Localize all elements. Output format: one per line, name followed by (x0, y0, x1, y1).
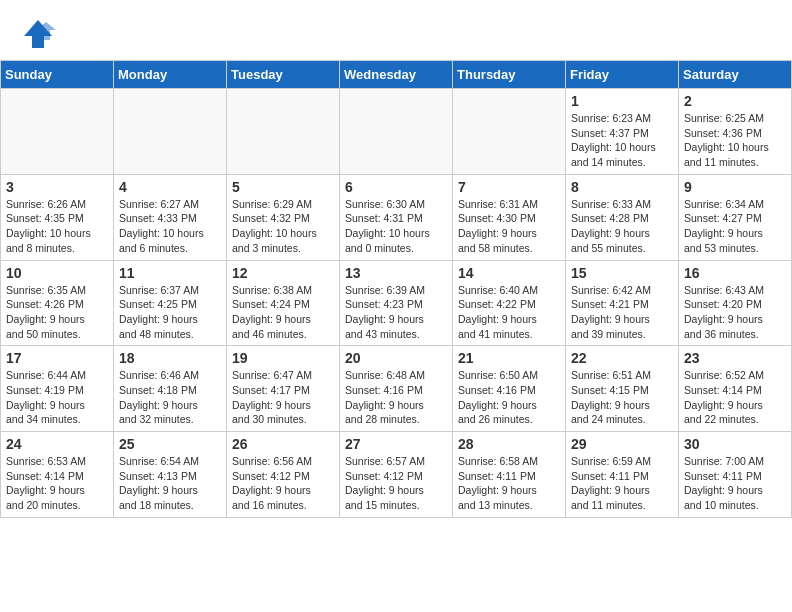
day-number: 2 (684, 93, 786, 109)
day-number: 17 (6, 350, 108, 366)
day-number: 19 (232, 350, 334, 366)
logo-icon (20, 16, 56, 56)
day-number: 1 (571, 93, 673, 109)
day-info: Sunrise: 6:35 AM Sunset: 4:26 PM Dayligh… (6, 283, 108, 342)
calendar-week-3: 10Sunrise: 6:35 AM Sunset: 4:26 PM Dayli… (1, 260, 792, 346)
calendar-cell (453, 89, 566, 175)
day-info: Sunrise: 6:48 AM Sunset: 4:16 PM Dayligh… (345, 368, 447, 427)
day-info: Sunrise: 6:47 AM Sunset: 4:17 PM Dayligh… (232, 368, 334, 427)
calendar-cell: 3Sunrise: 6:26 AM Sunset: 4:35 PM Daylig… (1, 174, 114, 260)
day-number: 30 (684, 436, 786, 452)
day-number: 15 (571, 265, 673, 281)
calendar-cell (340, 89, 453, 175)
day-number: 25 (119, 436, 221, 452)
day-info: Sunrise: 6:54 AM Sunset: 4:13 PM Dayligh… (119, 454, 221, 513)
day-number: 18 (119, 350, 221, 366)
calendar-cell: 19Sunrise: 6:47 AM Sunset: 4:17 PM Dayli… (227, 346, 340, 432)
weekday-header-monday: Monday (114, 61, 227, 89)
calendar-week-5: 24Sunrise: 6:53 AM Sunset: 4:14 PM Dayli… (1, 432, 792, 518)
calendar-cell: 23Sunrise: 6:52 AM Sunset: 4:14 PM Dayli… (679, 346, 792, 432)
calendar-cell: 26Sunrise: 6:56 AM Sunset: 4:12 PM Dayli… (227, 432, 340, 518)
day-info: Sunrise: 6:53 AM Sunset: 4:14 PM Dayligh… (6, 454, 108, 513)
day-number: 4 (119, 179, 221, 195)
day-number: 26 (232, 436, 334, 452)
day-number: 8 (571, 179, 673, 195)
day-number: 7 (458, 179, 560, 195)
calendar-cell (114, 89, 227, 175)
day-info: Sunrise: 6:50 AM Sunset: 4:16 PM Dayligh… (458, 368, 560, 427)
day-number: 27 (345, 436, 447, 452)
calendar-cell: 15Sunrise: 6:42 AM Sunset: 4:21 PM Dayli… (566, 260, 679, 346)
calendar-cell: 13Sunrise: 6:39 AM Sunset: 4:23 PM Dayli… (340, 260, 453, 346)
day-number: 13 (345, 265, 447, 281)
day-number: 29 (571, 436, 673, 452)
day-number: 5 (232, 179, 334, 195)
calendar-header-row: SundayMondayTuesdayWednesdayThursdayFrid… (1, 61, 792, 89)
day-info: Sunrise: 6:46 AM Sunset: 4:18 PM Dayligh… (119, 368, 221, 427)
calendar-cell: 21Sunrise: 6:50 AM Sunset: 4:16 PM Dayli… (453, 346, 566, 432)
day-number: 10 (6, 265, 108, 281)
day-info: Sunrise: 6:27 AM Sunset: 4:33 PM Dayligh… (119, 197, 221, 256)
day-info: Sunrise: 6:29 AM Sunset: 4:32 PM Dayligh… (232, 197, 334, 256)
day-info: Sunrise: 6:51 AM Sunset: 4:15 PM Dayligh… (571, 368, 673, 427)
calendar-cell: 18Sunrise: 6:46 AM Sunset: 4:18 PM Dayli… (114, 346, 227, 432)
logo (20, 16, 60, 56)
day-info: Sunrise: 6:30 AM Sunset: 4:31 PM Dayligh… (345, 197, 447, 256)
day-number: 28 (458, 436, 560, 452)
day-number: 14 (458, 265, 560, 281)
day-info: Sunrise: 6:37 AM Sunset: 4:25 PM Dayligh… (119, 283, 221, 342)
day-info: Sunrise: 6:38 AM Sunset: 4:24 PM Dayligh… (232, 283, 334, 342)
calendar-cell: 8Sunrise: 6:33 AM Sunset: 4:28 PM Daylig… (566, 174, 679, 260)
day-number: 6 (345, 179, 447, 195)
calendar-cell: 30Sunrise: 7:00 AM Sunset: 4:11 PM Dayli… (679, 432, 792, 518)
day-info: Sunrise: 6:31 AM Sunset: 4:30 PM Dayligh… (458, 197, 560, 256)
day-number: 23 (684, 350, 786, 366)
day-info: Sunrise: 6:52 AM Sunset: 4:14 PM Dayligh… (684, 368, 786, 427)
calendar-cell: 6Sunrise: 6:30 AM Sunset: 4:31 PM Daylig… (340, 174, 453, 260)
day-number: 3 (6, 179, 108, 195)
calendar-cell: 2Sunrise: 6:25 AM Sunset: 4:36 PM Daylig… (679, 89, 792, 175)
day-number: 24 (6, 436, 108, 452)
calendar-cell: 16Sunrise: 6:43 AM Sunset: 4:20 PM Dayli… (679, 260, 792, 346)
calendar-cell: 24Sunrise: 6:53 AM Sunset: 4:14 PM Dayli… (1, 432, 114, 518)
day-number: 16 (684, 265, 786, 281)
day-info: Sunrise: 6:57 AM Sunset: 4:12 PM Dayligh… (345, 454, 447, 513)
calendar-week-4: 17Sunrise: 6:44 AM Sunset: 4:19 PM Dayli… (1, 346, 792, 432)
calendar-cell: 28Sunrise: 6:58 AM Sunset: 4:11 PM Dayli… (453, 432, 566, 518)
page-container: SundayMondayTuesdayWednesdayThursdayFrid… (0, 0, 792, 526)
day-number: 12 (232, 265, 334, 281)
day-number: 22 (571, 350, 673, 366)
calendar-cell: 25Sunrise: 6:54 AM Sunset: 4:13 PM Dayli… (114, 432, 227, 518)
calendar-table: SundayMondayTuesdayWednesdayThursdayFrid… (0, 60, 792, 518)
calendar-cell: 17Sunrise: 6:44 AM Sunset: 4:19 PM Dayli… (1, 346, 114, 432)
weekday-header-wednesday: Wednesday (340, 61, 453, 89)
day-info: Sunrise: 7:00 AM Sunset: 4:11 PM Dayligh… (684, 454, 786, 513)
calendar-cell: 11Sunrise: 6:37 AM Sunset: 4:25 PM Dayli… (114, 260, 227, 346)
calendar-cell: 22Sunrise: 6:51 AM Sunset: 4:15 PM Dayli… (566, 346, 679, 432)
calendar-cell: 29Sunrise: 6:59 AM Sunset: 4:11 PM Dayli… (566, 432, 679, 518)
weekday-header-tuesday: Tuesday (227, 61, 340, 89)
day-info: Sunrise: 6:42 AM Sunset: 4:21 PM Dayligh… (571, 283, 673, 342)
header (0, 0, 792, 60)
calendar-cell: 10Sunrise: 6:35 AM Sunset: 4:26 PM Dayli… (1, 260, 114, 346)
calendar-cell (1, 89, 114, 175)
day-info: Sunrise: 6:43 AM Sunset: 4:20 PM Dayligh… (684, 283, 786, 342)
calendar-cell: 27Sunrise: 6:57 AM Sunset: 4:12 PM Dayli… (340, 432, 453, 518)
calendar-cell: 9Sunrise: 6:34 AM Sunset: 4:27 PM Daylig… (679, 174, 792, 260)
weekday-header-sunday: Sunday (1, 61, 114, 89)
day-number: 20 (345, 350, 447, 366)
day-info: Sunrise: 6:40 AM Sunset: 4:22 PM Dayligh… (458, 283, 560, 342)
day-info: Sunrise: 6:58 AM Sunset: 4:11 PM Dayligh… (458, 454, 560, 513)
day-info: Sunrise: 6:34 AM Sunset: 4:27 PM Dayligh… (684, 197, 786, 256)
calendar-cell (227, 89, 340, 175)
calendar-cell: 14Sunrise: 6:40 AM Sunset: 4:22 PM Dayli… (453, 260, 566, 346)
day-info: Sunrise: 6:39 AM Sunset: 4:23 PM Dayligh… (345, 283, 447, 342)
calendar-week-2: 3Sunrise: 6:26 AM Sunset: 4:35 PM Daylig… (1, 174, 792, 260)
calendar-cell: 5Sunrise: 6:29 AM Sunset: 4:32 PM Daylig… (227, 174, 340, 260)
calendar-wrapper: SundayMondayTuesdayWednesdayThursdayFrid… (0, 60, 792, 526)
day-info: Sunrise: 6:23 AM Sunset: 4:37 PM Dayligh… (571, 111, 673, 170)
weekday-header-friday: Friday (566, 61, 679, 89)
calendar-cell: 20Sunrise: 6:48 AM Sunset: 4:16 PM Dayli… (340, 346, 453, 432)
calendar-cell: 7Sunrise: 6:31 AM Sunset: 4:30 PM Daylig… (453, 174, 566, 260)
weekday-header-saturday: Saturday (679, 61, 792, 89)
